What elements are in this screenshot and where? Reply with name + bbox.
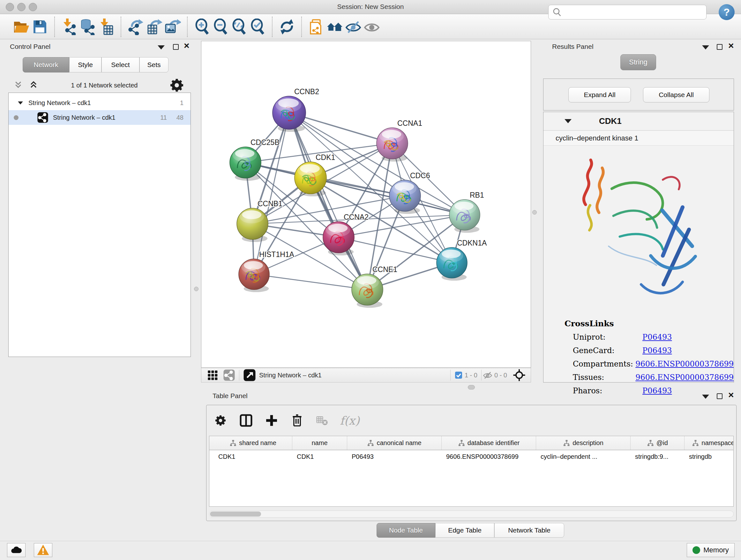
help-button[interactable]: ? xyxy=(719,4,735,20)
table-gear-icon[interactable] xyxy=(213,414,227,428)
control-panel-close-icon[interactable]: × xyxy=(184,43,190,49)
column-header-database-identifier[interactable]: database identifier xyxy=(442,436,536,450)
memory-status-dot xyxy=(692,546,700,554)
tab-select[interactable]: Select xyxy=(102,57,139,72)
cell-description[interactable]: cyclin–dependent ... xyxy=(536,450,630,464)
export-image-button[interactable] xyxy=(163,17,182,36)
fit-selected-icon[interactable] xyxy=(513,369,526,381)
selected-items-checkbox-icon[interactable] xyxy=(455,371,463,379)
zoom-out-button[interactable] xyxy=(211,17,230,36)
network-edge[interactable] xyxy=(339,237,452,263)
show-all-button[interactable] xyxy=(362,17,381,36)
crosslink-link[interactable]: 9606.ENSP00000378699 xyxy=(635,360,734,368)
network-node[interactable]: HIST1H1A xyxy=(239,250,294,292)
network-node[interactable]: CCNB1 xyxy=(237,199,282,242)
network-options-gear-icon[interactable] xyxy=(169,77,185,94)
results-panel-float-icon[interactable] xyxy=(717,44,723,50)
column-header-canonical-name[interactable]: canonical name xyxy=(347,436,442,450)
crosslink-link[interactable]: P06493 xyxy=(643,346,672,355)
table-panel-float-icon[interactable] xyxy=(717,393,723,399)
table-destroy-icon[interactable] xyxy=(316,414,328,427)
control-panel-float-icon[interactable] xyxy=(173,44,179,50)
network-row[interactable]: String Network – cdk1 11 48 xyxy=(9,110,191,125)
hide-selected-button[interactable] xyxy=(344,17,362,36)
cell-name[interactable]: CDK1 xyxy=(292,450,347,464)
collapse-all-networks-icon[interactable] xyxy=(14,80,25,91)
cell-database-identifier[interactable]: 9606.ENSP00000378699 xyxy=(442,450,536,464)
import-table-button[interactable] xyxy=(97,17,116,36)
crosslink-link[interactable]: 9606.ENSP00000378699 xyxy=(635,373,734,382)
control-panel-menu-icon[interactable] xyxy=(158,45,165,50)
column-header-shared-name[interactable]: shared name xyxy=(214,436,292,450)
cell-shared-name[interactable]: CDK1 xyxy=(214,450,292,464)
gene-section-header[interactable]: CDK1 xyxy=(543,112,734,131)
zoom-in-button[interactable] xyxy=(193,17,211,36)
network-node[interactable]: CDKN1A xyxy=(436,239,487,281)
column-header-description[interactable]: description xyxy=(536,436,630,450)
tab-network-table[interactable]: Network Table xyxy=(494,523,564,538)
network-edge[interactable] xyxy=(289,113,367,290)
import-network-button[interactable] xyxy=(60,17,78,36)
network-node[interactable]: CCNA1 xyxy=(377,119,422,162)
open-session-button[interactable] xyxy=(12,17,30,36)
table-add-icon[interactable] xyxy=(265,414,279,428)
refresh-network-button[interactable] xyxy=(278,17,296,36)
tab-node-table[interactable]: Node Table xyxy=(377,523,435,538)
right-splitter-handle[interactable] xyxy=(532,210,537,214)
export-table-button[interactable] xyxy=(145,17,163,36)
expand-all-button[interactable]: Expand All xyxy=(568,87,631,103)
open-session-icon xyxy=(13,18,30,35)
network-graph[interactable]: CCNB2 CCNA1 CDC25B CDK1 CDC6 RB1 CCNB1 C… xyxy=(201,41,531,368)
warnings-button[interactable] xyxy=(34,543,52,557)
cloud-button[interactable] xyxy=(7,543,25,557)
network-node[interactable]: RB1 xyxy=(449,191,484,233)
zoom-selected-button[interactable] xyxy=(248,17,267,36)
table-row[interactable]: CDK1CDK1P064939606.ENSP00000378699cyclin… xyxy=(209,450,733,464)
network-canvas[interactable]: CCNB2 CCNA1 CDC25B CDK1 CDC6 RB1 CCNB1 C… xyxy=(201,41,531,368)
table-columns-icon[interactable] xyxy=(239,414,253,428)
column-header-name[interactable]: name xyxy=(292,436,347,450)
crosslink-row: Compartments: 9606.ENSP00000378699 xyxy=(573,360,734,368)
table-function-icon[interactable]: f(x) xyxy=(340,414,360,427)
table-panel-close-icon[interactable]: × xyxy=(728,392,734,398)
birdseye-view-icon[interactable] xyxy=(206,369,219,381)
network-collection-row[interactable]: String Network – cdk1 1 xyxy=(9,96,191,110)
export-network-button[interactable] xyxy=(126,17,145,36)
gene-disclosure-icon[interactable] xyxy=(564,119,571,123)
scrollbar-thumb[interactable] xyxy=(210,511,261,516)
network-node[interactable]: CDK1 xyxy=(294,153,335,196)
network-edge[interactable] xyxy=(254,274,367,290)
fit-content-button[interactable] xyxy=(230,17,248,36)
save-session-button[interactable] xyxy=(30,17,49,36)
node-table[interactable]: shared namenamecanonical namedatabase id… xyxy=(209,436,734,507)
collapse-all-button[interactable]: Collapse All xyxy=(643,87,710,103)
left-splitter-handle[interactable] xyxy=(194,287,199,291)
first-neighbors-button[interactable] xyxy=(326,17,344,36)
import-network-from-database-button[interactable] xyxy=(78,17,97,36)
tab-network[interactable]: Network xyxy=(23,57,69,72)
tab-sets[interactable]: Sets xyxy=(139,57,169,72)
expand-all-networks-icon[interactable] xyxy=(29,80,40,91)
results-panel-menu-icon[interactable] xyxy=(702,45,709,50)
cell-canonical-name[interactable]: P06493 xyxy=(347,450,442,464)
table-delete-icon[interactable] xyxy=(290,414,304,428)
search-input[interactable] xyxy=(562,9,703,16)
tab-style[interactable]: Style xyxy=(69,57,102,72)
network-node[interactable]: CCNB2 xyxy=(273,87,319,132)
node-label: CCNB1 xyxy=(258,199,282,208)
memory-button[interactable]: Memory xyxy=(687,543,735,557)
cell--id[interactable]: stringdb:9... xyxy=(630,450,684,464)
tab-edge-table[interactable]: Edge Table xyxy=(435,523,494,538)
cell-namespace[interactable]: stringdb xyxy=(684,450,734,464)
results-panel-close-icon[interactable]: × xyxy=(728,43,734,49)
column-header--id[interactable]: @id xyxy=(630,436,684,450)
tab-string[interactable]: String xyxy=(620,54,656,70)
collection-disclosure-icon[interactable] xyxy=(18,101,23,104)
detach-view-icon[interactable] xyxy=(243,369,256,381)
table-panel-menu-icon[interactable] xyxy=(702,395,709,399)
column-header-namespace[interactable]: namespace xyxy=(684,436,734,450)
search-box[interactable] xyxy=(548,5,706,19)
table-horizontal-scrollbar[interactable] xyxy=(209,510,734,517)
crosslink-link[interactable]: P06493 xyxy=(643,333,672,341)
new-network-from-selection-button[interactable] xyxy=(307,17,326,36)
